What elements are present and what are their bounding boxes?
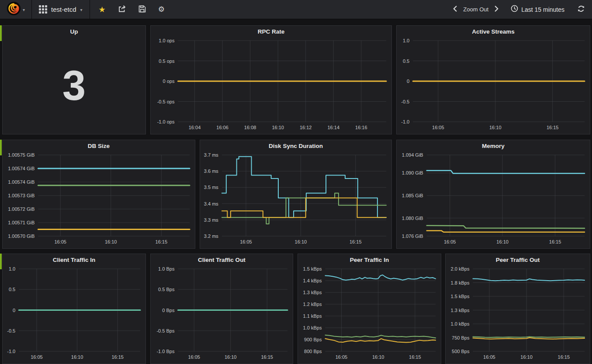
svg-text:16:10: 16:10 [225, 354, 237, 360]
svg-text:1.0 kBps: 1.0 kBps [451, 321, 470, 326]
time-range-picker[interactable]: Last 15 minutes [511, 5, 564, 14]
svg-text:16:10: 16:10 [496, 239, 509, 244]
panel-title-peer-traffic-in[interactable]: Peer Traffic In [298, 254, 441, 265]
svg-text:16:05: 16:05 [31, 354, 43, 360]
panel-title-client-traffic-out[interactable]: Client Traffic Out [151, 254, 293, 265]
time-shift-back-button[interactable] [453, 5, 457, 14]
svg-text:1.5 kBps: 1.5 kBps [303, 266, 322, 271]
panel-title-client-traffic-in[interactable]: Client Traffic In [3, 254, 145, 265]
svg-text:16:12: 16:12 [300, 125, 312, 130]
svg-text:-1.0 Bps: -1.0 Bps [156, 349, 174, 354]
svg-text:16:15: 16:15 [547, 125, 559, 130]
svg-text:16:15: 16:15 [261, 354, 273, 360]
svg-text:16:08: 16:08 [244, 125, 256, 130]
svg-text:16:05: 16:05 [188, 354, 200, 360]
svg-text:16:15: 16:15 [549, 239, 561, 244]
svg-text:0: 0 [13, 308, 15, 313]
svg-text:3.6 ms: 3.6 ms [204, 168, 219, 174]
svg-text:1.00574 GiB: 1.00574 GiB [8, 179, 35, 185]
client-traffic-out-chart[interactable]: 16:0516:1016:151.0 Bps0.5 Bps0 Bps-0.5 B… [151, 265, 293, 363]
svg-text:1.2 kBps: 1.2 kBps [303, 302, 322, 307]
grafana-logo-icon [7, 1, 21, 17]
svg-text:16:10: 16:10 [489, 125, 502, 130]
navbar: ▾ test-etcd ▾ ★ [0, 0, 592, 19]
svg-text:16:05: 16:05 [54, 239, 66, 244]
svg-text:-0.5: -0.5 [401, 99, 409, 104]
share-button[interactable] [118, 5, 126, 14]
row-toggle-strip[interactable] [0, 140, 2, 155]
up-singlestat[interactable]: 3 [3, 37, 145, 134]
svg-text:1.00572 GiB: 1.00572 GiB [8, 206, 35, 212]
active-streams-chart[interactable]: 16:0516:1016:151.00.50-0.5-1.0 [397, 37, 590, 133]
peer-traffic-out-chart[interactable]: 16:0516:1016:152.0 kBps1.8 kBps1.5 kBps1… [446, 265, 590, 363]
rpc-rate-chart[interactable]: 16:0416:0616:0816:1016:1216:1416:161.0 o… [151, 37, 391, 133]
clock-icon [511, 5, 518, 14]
svg-text:1.0: 1.0 [403, 38, 409, 43]
panel-title-active-streams[interactable]: Active Streams [397, 26, 590, 37]
memory-chart[interactable]: 16:0516:1016:151.076 GiB1.080 GiB1.085 G… [397, 151, 590, 247]
panel-client-traffic-in: Client Traffic In 16:0516:1016:151.00.50… [2, 254, 146, 364]
svg-text:1.00571 GiB: 1.00571 GiB [8, 220, 35, 225]
dashboard-picker[interactable]: test-etcd ▾ [32, 0, 90, 19]
panel-active-streams: Active Streams 16:0516:1016:151.00.50-0.… [396, 25, 590, 134]
client-traffic-in-chart[interactable]: 16:0516:1016:151.00.50-0.5-1.0 [3, 265, 145, 363]
svg-text:0: 0 [407, 79, 409, 84]
svg-text:16:04: 16:04 [189, 125, 201, 130]
panel-title-up[interactable]: Up [3, 26, 145, 37]
dashboard-title: test-etcd [51, 6, 76, 13]
svg-text:16:05: 16:05 [432, 125, 444, 130]
svg-text:-1.0: -1.0 [401, 119, 409, 124]
row-toggle-strip[interactable] [0, 254, 2, 269]
panel-db-size: DB Size 16:0516:1016:151.00570 GiB1.0057… [2, 140, 195, 249]
svg-text:16:05: 16:05 [336, 354, 348, 360]
svg-text:-0.5 Bps: -0.5 Bps [156, 328, 174, 333]
svg-text:-1.0: -1.0 [7, 349, 15, 354]
svg-text:16:14: 16:14 [327, 125, 339, 130]
svg-text:750 Bps: 750 Bps [452, 335, 470, 340]
time-shift-forward-button[interactable] [494, 5, 499, 14]
svg-text:3.7 ms: 3.7 ms [204, 152, 219, 158]
chevron-left-icon [453, 5, 457, 14]
panel-title-rpc-rate[interactable]: RPC Rate [151, 26, 391, 37]
svg-text:3.3 ms: 3.3 ms [204, 217, 219, 223]
svg-text:16:15: 16:15 [111, 354, 124, 360]
svg-text:1.090 GiB: 1.090 GiB [402, 170, 423, 175]
svg-text:16:10: 16:10 [71, 354, 83, 360]
svg-text:1.0: 1.0 [9, 266, 15, 271]
dashboard-actions: ★ ⚙ [90, 0, 173, 19]
svg-text:1.00574 GiB: 1.00574 GiB [8, 166, 35, 171]
svg-text:16:10: 16:10 [105, 239, 117, 244]
svg-text:-1.0 ops: -1.0 ops [157, 119, 175, 124]
svg-text:1.3 kBps: 1.3 kBps [303, 290, 322, 295]
gear-icon: ⚙ [158, 6, 165, 13]
zoom-out-button[interactable]: Zoom Out [463, 6, 488, 13]
svg-text:3.4 ms: 3.4 ms [204, 201, 219, 206]
panel-title-disk-sync-duration[interactable]: Disk Sync Duration [200, 140, 391, 151]
panel-disk-sync-duration: Disk Sync Duration 16:0516:1016:153.7 ms… [200, 140, 392, 249]
grafana-menu-button[interactable]: ▾ [0, 0, 32, 19]
svg-text:1.5 kBps: 1.5 kBps [451, 294, 470, 299]
refresh-button[interactable] [577, 5, 585, 14]
svg-text:16:05: 16:05 [444, 239, 456, 244]
save-button[interactable] [138, 5, 146, 14]
star-button[interactable]: ★ [99, 6, 106, 14]
disk-sync-duration-chart[interactable]: 16:0516:1016:153.7 ms3.6 ms3.5 ms3.4 ms3… [200, 151, 391, 247]
svg-text:16:16: 16:16 [355, 125, 367, 130]
svg-text:3.2 ms: 3.2 ms [204, 234, 219, 239]
panel-title-peer-traffic-out[interactable]: Peer Traffic Out [446, 254, 590, 265]
db-size-chart[interactable]: 16:0516:1016:151.00570 GiB1.00571 GiB1.0… [3, 151, 195, 247]
panel-title-memory[interactable]: Memory [397, 140, 590, 151]
svg-text:16:15: 16:15 [558, 354, 570, 360]
svg-text:1.00573 GiB: 1.00573 GiB [8, 193, 35, 198]
peer-traffic-in-chart[interactable]: 16:0516:1016:151.5 kBps1.4 kBps1.3 kBps1… [298, 265, 441, 363]
settings-button[interactable]: ⚙ [158, 6, 165, 13]
svg-text:16:05: 16:05 [483, 354, 495, 360]
row-toggle-strip[interactable] [0, 25, 2, 41]
star-icon: ★ [99, 6, 106, 14]
panel-memory: Memory 16:0516:1016:151.076 GiB1.080 GiB… [396, 140, 590, 249]
svg-text:1.1 kBps: 1.1 kBps [303, 313, 322, 319]
share-icon [118, 5, 126, 14]
panel-title-db-size[interactable]: DB Size [3, 140, 195, 151]
svg-text:1.080 GiB: 1.080 GiB [402, 216, 423, 221]
svg-text:16:15: 16:15 [156, 239, 168, 244]
